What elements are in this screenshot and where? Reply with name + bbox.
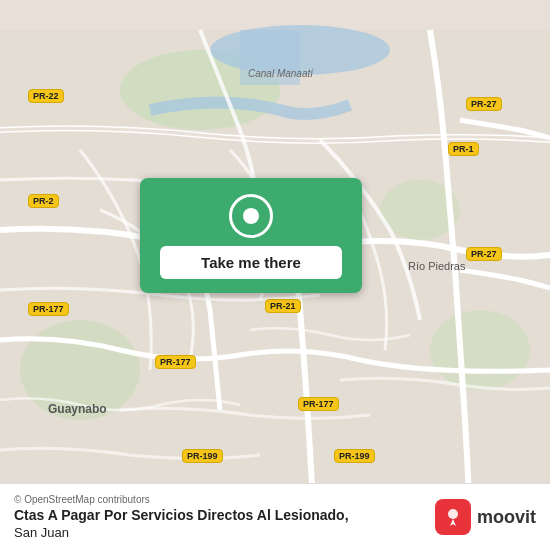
- road-badge-pr177c: PR-177: [298, 397, 339, 411]
- road-badge-pr27a: PR-27: [466, 97, 502, 111]
- take-me-there-button[interactable]: Take me there: [160, 246, 342, 279]
- location-pin-icon: [229, 194, 273, 238]
- moovit-logo: moovit: [435, 499, 536, 535]
- road-badge-pr199a: PR-199: [182, 449, 223, 463]
- place-city: San Juan: [14, 525, 349, 540]
- canal-label: Canal Manaatí: [248, 68, 313, 79]
- svg-point-4: [430, 310, 530, 390]
- road-badge-pr199b: PR-199: [334, 449, 375, 463]
- road-badge-pr22: PR-22: [28, 89, 64, 103]
- moovit-text: moovit: [477, 507, 536, 528]
- map-container: PR-22 PR-2 PR-177 PR-177 PR-177 PR-20 PR…: [0, 0, 550, 550]
- road-badge-pr177b: PR-177: [155, 355, 196, 369]
- moovit-icon: [435, 499, 471, 535]
- rio-piedras-label: Río Piedras: [408, 260, 465, 272]
- road-badge-pr1: PR-1: [448, 142, 479, 156]
- road-badge-pr177a: PR-177: [28, 302, 69, 316]
- place-name: Ctas A Pagar Por Servicios Directos Al L…: [14, 507, 349, 523]
- take-me-there-container: Take me there: [140, 178, 362, 293]
- guaynabo-label: Guaynabo: [48, 402, 107, 416]
- pin-inner: [243, 208, 259, 224]
- road-badge-pr21: PR-21: [265, 299, 301, 313]
- info-bar: © OpenStreetMap contributors Ctas A Paga…: [0, 483, 550, 550]
- copyright-text: © OpenStreetMap contributors: [14, 494, 349, 505]
- road-badge-pr2: PR-2: [28, 194, 59, 208]
- road-badge-pr27b: PR-27: [466, 247, 502, 261]
- green-card: Take me there: [140, 178, 362, 293]
- info-bar-text: © OpenStreetMap contributors Ctas A Paga…: [14, 494, 349, 540]
- svg-point-7: [448, 509, 458, 519]
